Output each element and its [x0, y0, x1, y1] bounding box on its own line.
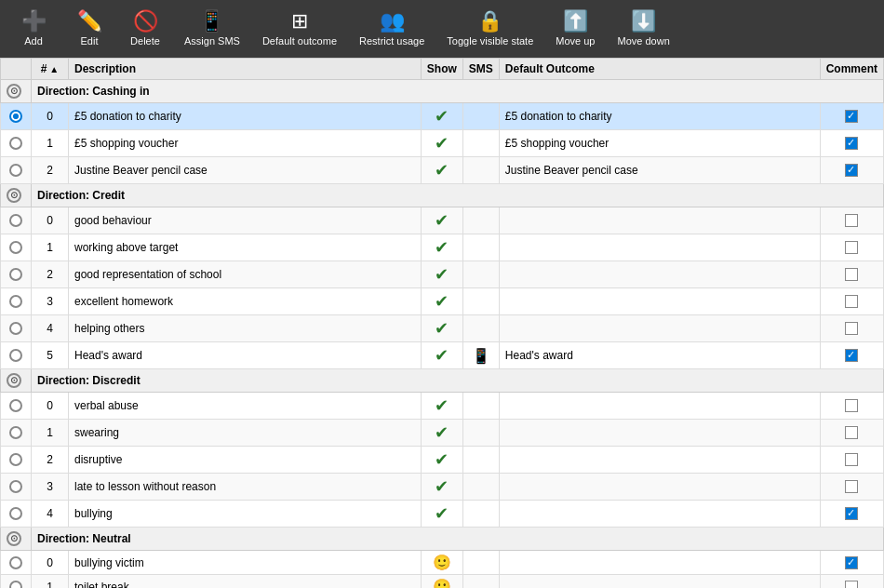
row-comment-checkbox[interactable]	[845, 322, 858, 335]
col-desc[interactable]: Description	[69, 59, 422, 80]
row-select-cell[interactable]	[1, 207, 32, 234]
table-row[interactable]: 0verbal abuse✔	[1, 393, 884, 420]
toolbar-btn-assign-sms[interactable]: 📱Assign SMS	[175, 7, 249, 50]
row-select-cell[interactable]	[1, 288, 32, 315]
table-area: # Description Show SMS Default Outcome C…	[0, 58, 884, 588]
row-comment-checkbox[interactable]	[845, 453, 858, 466]
row-comment-cell[interactable]	[820, 575, 883, 589]
row-select-cell[interactable]	[1, 474, 32, 501]
row-description: disruptive	[69, 447, 422, 474]
group-expand-icon[interactable]: ⊙	[1, 184, 32, 207]
row-radio[interactable]	[9, 295, 22, 308]
row-comment-checkbox[interactable]	[845, 426, 858, 439]
row-select-cell[interactable]	[1, 420, 32, 447]
row-radio[interactable]	[9, 268, 22, 281]
row-comment-cell[interactable]	[820, 420, 883, 447]
table-row[interactable]: 0bullying victim🙂	[1, 551, 884, 575]
table-row[interactable]: 5Head's award✔📱Head's award	[1, 342, 884, 369]
row-comment-checkbox[interactable]	[845, 137, 858, 150]
row-radio[interactable]	[9, 426, 22, 439]
group-expand-icon[interactable]: ⊙	[1, 369, 32, 393]
row-comment-cell[interactable]	[820, 501, 883, 528]
row-radio[interactable]	[9, 507, 22, 520]
row-comment-checkbox[interactable]	[845, 349, 858, 362]
toolbar-btn-add[interactable]: ➕Add	[7, 7, 60, 50]
table-row[interactable]: 4bullying✔	[1, 501, 884, 528]
table-row[interactable]: 2Justine Beaver pencil case✔Justine Beav…	[1, 157, 884, 184]
row-radio[interactable]	[9, 241, 22, 254]
table-row[interactable]: 2good representation of school✔	[1, 261, 884, 288]
toolbar-btn-default-outcome[interactable]: ⊞Default outcome	[253, 7, 346, 50]
row-comment-cell[interactable]	[820, 447, 883, 474]
row-radio[interactable]	[9, 137, 22, 150]
row-radio[interactable]	[9, 581, 22, 588]
table-row[interactable]: 1toilet break🙂	[1, 575, 884, 589]
row-radio[interactable]	[9, 556, 22, 569]
row-select-cell[interactable]	[1, 393, 32, 420]
row-comment-checkbox[interactable]	[845, 399, 858, 412]
table-row[interactable]: 1£5 shopping voucher✔£5 shopping voucher	[1, 130, 884, 157]
col-num[interactable]: #	[32, 59, 69, 80]
row-num: 1	[32, 420, 69, 447]
row-select-cell[interactable]	[1, 157, 32, 184]
row-comment-checkbox[interactable]	[845, 268, 858, 281]
toolbar-btn-move-up[interactable]: ⬆️Move up	[546, 7, 604, 50]
row-comment-checkbox[interactable]	[845, 581, 858, 588]
row-comment-cell[interactable]	[820, 261, 883, 288]
row-comment-cell[interactable]	[820, 130, 883, 157]
toolbar-btn-restrict-usage[interactable]: 👥Restrict usage	[350, 7, 434, 50]
row-radio[interactable]	[9, 322, 22, 335]
toolbar-btn-edit[interactable]: ✏️Edit	[63, 7, 115, 50]
group-expand-icon[interactable]: ⊙	[1, 528, 32, 551]
row-select-cell[interactable]	[1, 342, 32, 369]
row-comment-cell[interactable]	[820, 315, 883, 342]
table-row[interactable]: 0good behaviour✔	[1, 207, 884, 234]
row-comment-cell[interactable]	[820, 234, 883, 261]
row-comment-checkbox[interactable]	[845, 214, 858, 227]
toolbar-btn-delete[interactable]: 🚫Delete	[119, 7, 171, 50]
row-radio[interactable]	[9, 453, 22, 466]
row-radio[interactable]	[9, 214, 22, 227]
row-comment-checkbox[interactable]	[845, 164, 858, 177]
row-comment-cell[interactable]	[820, 157, 883, 184]
row-comment-checkbox[interactable]	[845, 507, 858, 520]
row-comment-checkbox[interactable]	[845, 480, 858, 493]
row-comment-checkbox[interactable]	[845, 241, 858, 254]
row-select-cell[interactable]	[1, 315, 32, 342]
row-radio[interactable]	[9, 110, 22, 123]
row-radio[interactable]	[9, 399, 22, 412]
table-row[interactable]: 3late to lesson without reason✔	[1, 474, 884, 501]
row-comment-cell[interactable]	[820, 393, 883, 420]
row-comment-cell[interactable]	[820, 474, 883, 501]
group-expand-icon[interactable]: ⊙	[1, 80, 32, 103]
row-description: Justine Beaver pencil case	[69, 157, 422, 184]
row-select-cell[interactable]	[1, 551, 32, 575]
row-select-cell[interactable]	[1, 501, 32, 528]
row-radio[interactable]	[9, 349, 22, 362]
table-row[interactable]: 2disruptive✔	[1, 447, 884, 474]
row-comment-checkbox[interactable]	[845, 110, 858, 123]
row-radio[interactable]	[9, 480, 22, 493]
row-comment-cell[interactable]	[820, 288, 883, 315]
row-select-cell[interactable]	[1, 234, 32, 261]
toolbar-btn-move-down[interactable]: ⬇️Move down	[609, 7, 679, 50]
toolbar-btn-toggle-visible[interactable]: 🔒Toggle visible state	[437, 7, 542, 50]
table-row[interactable]: 1working above target✔	[1, 234, 884, 261]
row-select-cell[interactable]	[1, 130, 32, 157]
row-comment-cell[interactable]	[820, 103, 883, 130]
row-comment-cell[interactable]	[820, 207, 883, 234]
row-comment-cell[interactable]	[820, 342, 883, 369]
row-select-cell[interactable]	[1, 261, 32, 288]
table-row[interactable]: 4helping others✔	[1, 315, 884, 342]
row-comment-checkbox[interactable]	[845, 556, 858, 569]
row-radio[interactable]	[9, 164, 22, 177]
row-num: 5	[32, 342, 69, 369]
table-row[interactable]: 1swearing✔	[1, 420, 884, 447]
row-select-cell[interactable]	[1, 447, 32, 474]
table-row[interactable]: 0£5 donation to charity✔£5 donation to c…	[1, 103, 884, 130]
row-comment-checkbox[interactable]	[845, 295, 858, 308]
table-row[interactable]: 3excellent homework✔	[1, 288, 884, 315]
row-select-cell[interactable]	[1, 103, 32, 130]
row-comment-cell[interactable]	[820, 551, 883, 575]
row-select-cell[interactable]	[1, 575, 32, 589]
